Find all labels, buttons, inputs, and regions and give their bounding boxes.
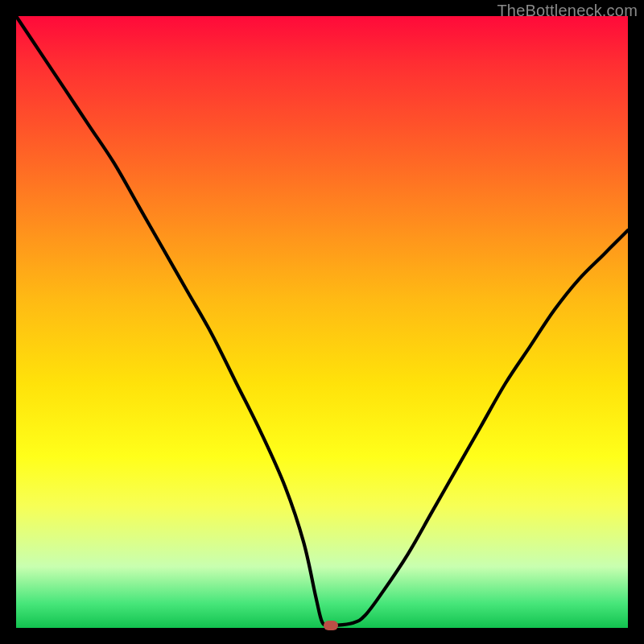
optimal-point-marker (324, 621, 338, 630)
watermark-text: TheBottleneck.com (497, 2, 638, 20)
plot-area (16, 16, 628, 628)
bottleneck-curve (16, 16, 628, 628)
chart-frame: TheBottleneck.com (0, 0, 644, 644)
